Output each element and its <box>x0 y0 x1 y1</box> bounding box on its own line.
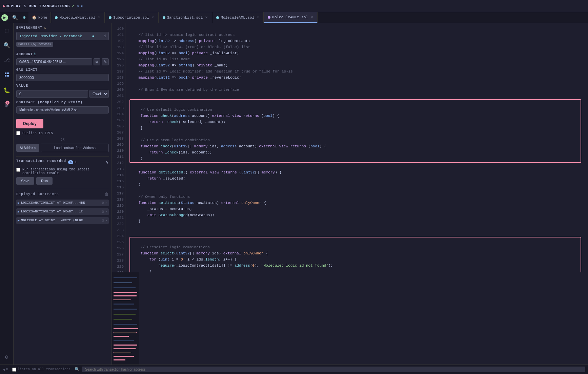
deploy-button[interactable]: Deploy <box>16 119 43 128</box>
back-button[interactable]: < <box>77 4 79 8</box>
gas-limit-input[interactable] <box>16 74 109 81</box>
edit-account-button[interactable]: ✎ <box>102 58 109 65</box>
delete-contract-3[interactable]: ✕ <box>105 219 107 223</box>
listen-label: listen on all transactions <box>18 368 70 371</box>
tab-close-molecule-aml[interactable]: ✕ <box>256 16 260 19</box>
save-button[interactable]: Save <box>16 177 34 185</box>
sidebar-icon-network[interactable]: ◉ ! <box>4 101 10 110</box>
tab-dot-active <box>268 16 270 19</box>
tab-molecule-aml2[interactable]: MoleculeAML2.sol ✕ <box>264 12 318 23</box>
status-arrows: ◀ 0 <box>3 368 8 372</box>
deploy-icon: ▶ <box>3 3 5 9</box>
run-tx-button[interactable]: Run <box>36 177 53 185</box>
gas-limit-field: GAS LIMIT <box>16 68 109 81</box>
svg-rect-2 <box>5 75 6 77</box>
value-input[interactable] <box>16 90 88 98</box>
expand-arrow-1[interactable]: ▶ <box>18 201 20 205</box>
forward-button[interactable]: > <box>81 4 83 8</box>
tab-dot <box>216 16 219 19</box>
environment-label: ENVIRONMENT ⚠ <box>16 26 109 30</box>
svg-rect-3 <box>7 75 9 77</box>
contract-name-3: MOLECULE AT 0X1D2...4CC7E (BLOC <box>21 219 100 222</box>
tab-home[interactable]: 🏠 Home <box>28 12 51 23</box>
line-numbers: 190 191 192 193 194 195 196 197 198 199 … <box>112 23 125 272</box>
copy-contract-3[interactable]: ⧉ <box>102 219 104 223</box>
divider-2 <box>16 189 109 189</box>
sidebar-icon-git[interactable]: ⎇ <box>2 56 11 65</box>
tab-sanction-list-label: SanctionList.sol <box>167 16 203 20</box>
home-icon: 🏠 <box>32 15 37 20</box>
tab-dot <box>109 16 111 19</box>
collapse-tx-button[interactable]: ∨ <box>106 160 109 165</box>
copy-contract-2[interactable]: ⧉ <box>102 210 104 214</box>
value-label: VALUE <box>16 84 109 88</box>
code-lines[interactable]: // list id => atomic logic contract addr… <box>125 23 588 272</box>
environment-select[interactable]: Injected Provider - MetaMask ● ℹ <box>16 32 109 40</box>
account-info-icon[interactable]: ℹ <box>34 52 36 56</box>
check-icon: ✓ <box>72 3 75 8</box>
account-input[interactable] <box>16 58 92 65</box>
contract-input[interactable] <box>16 106 109 113</box>
tx-info-icon[interactable]: ℹ <box>75 160 77 164</box>
status-block: 0 <box>6 368 8 371</box>
or-divider: OR <box>16 138 109 142</box>
at-address-button[interactable]: At Address <box>16 144 39 152</box>
tabs-row: ▶ 🔍 ⊕ 🏠 Home MoleculeMint.sol ✕ Subscrip… <box>0 12 588 23</box>
clear-contracts-button[interactable]: 🗑 <box>105 192 109 197</box>
tab-close-molecule-mint[interactable]: ✕ <box>97 16 101 19</box>
tab-molecule-mint[interactable]: MoleculeMint.sol ✕ <box>52 12 105 23</box>
delete-contract-2[interactable]: ✕ <box>105 210 107 214</box>
status-left-icon: ◀ <box>3 368 5 372</box>
tab-molecule-aml-label: MoleculeAML.sol <box>221 16 254 20</box>
tab-molecule-aml[interactable]: MoleculeAML.sol ✕ <box>213 12 264 23</box>
env-info-icon[interactable]: ℹ <box>104 34 106 38</box>
deploy-panel: ENVIRONMENT ⚠ Injected Provider - MetaMa… <box>14 23 112 365</box>
publish-ipfs-checkbox[interactable] <box>16 131 20 135</box>
code-editor: 190 191 192 193 194 195 196 197 198 199 … <box>112 23 588 365</box>
copy-contract-1[interactable]: ⧉ <box>102 201 104 205</box>
sidebar-icon-debug[interactable]: 🐛 <box>2 86 12 95</box>
ipfs-row: Publish to IPFS <box>16 131 109 135</box>
search-tab-button[interactable]: 🔍 <box>10 14 20 22</box>
contract-item-3[interactable]: ▶ MOLECULE AT 0X1D2...4CC7E (BLOC ⧉ ✕ <box>16 217 109 224</box>
listen-checkbox[interactable] <box>12 368 16 372</box>
expand-arrow-2[interactable]: ▶ <box>18 210 20 214</box>
tx-recorded-label: Transactions recorded <box>16 159 66 163</box>
env-warn-icon: ⚠ <box>44 26 46 30</box>
search-status-input[interactable] <box>82 367 585 372</box>
value-unit-select[interactable]: Gwei Wei Ether <box>89 90 109 98</box>
magnify-tab-button[interactable]: ⊕ <box>21 14 28 21</box>
contract-item-1[interactable]: ▶ LOGICSANCTIONLIST AT 0X36F...4BE ⧉ ✕ <box>16 200 109 206</box>
tab-molecule-aml2-label: MoleculeAML2.sol <box>272 15 308 19</box>
tab-molecule-mint-label: MoleculeMint.sol <box>59 16 95 20</box>
tab-close-molecule-aml2[interactable]: ✕ <box>310 15 314 19</box>
expand-arrow-3[interactable]: ▶ <box>18 219 20 223</box>
environment-field: ENVIRONMENT ⚠ Injected Provider - MetaMa… <box>16 26 109 49</box>
sidebar-icon-deploy[interactable] <box>3 70 11 80</box>
tab-close-sanction-list[interactable]: ✕ <box>204 16 208 19</box>
tab-sanction-list[interactable]: SanctionList.sol ✕ <box>159 12 212 23</box>
contract-name-1: LOGICSANCTIONLIST AT 0X36F...4BE <box>21 201 100 205</box>
copy-account-button[interactable]: ⧉ <box>94 58 100 65</box>
app-title: DEPLOY & RUN TRANSACTIONS ✓ <box>5 3 75 8</box>
search-status-icon: 🔍 <box>75 367 80 372</box>
sidebar-icon-settings[interactable]: ⚙ <box>4 352 10 362</box>
listen-row: listen on all transactions <box>12 368 70 372</box>
env-dot: ● <box>92 34 95 38</box>
tab-dot <box>55 16 58 19</box>
minimap-content <box>112 272 139 365</box>
run-tx-checkbox[interactable] <box>16 168 20 172</box>
tx-count-badge: 5 <box>68 160 73 164</box>
divider-1 <box>16 156 109 157</box>
sidebar-icon-search[interactable]: 🔍 <box>2 41 12 50</box>
icon-sidebar: ⬚ 🔍 ⎇ 🐛 ◉ ! ⚙ <box>0 23 14 365</box>
run-button[interactable]: ▶ <box>1 14 8 21</box>
contract-item-2[interactable]: ▶ LOGICSANCTIONLIST AT 0XAB7...1C ⧉ ✕ <box>16 208 109 215</box>
gas-limit-label: GAS LIMIT <box>16 68 109 72</box>
sidebar-icon-files[interactable]: ⬚ <box>4 26 10 35</box>
load-contract-button[interactable]: Load contract from Address <box>41 144 109 152</box>
tab-subscription[interactable]: Subscription.sol ✕ <box>105 12 159 23</box>
tab-close-subscription[interactable]: ✕ <box>151 16 155 19</box>
delete-contract-1[interactable]: ✕ <box>105 201 107 205</box>
value-row: Gwei Wei Ether <box>16 90 109 98</box>
